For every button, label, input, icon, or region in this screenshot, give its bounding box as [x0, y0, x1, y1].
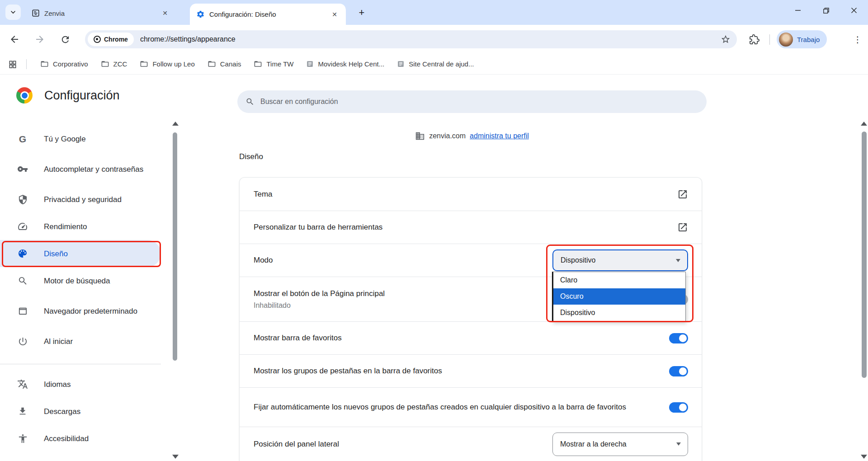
sidebar-item-descargas[interactable]: Descargas [0, 398, 161, 425]
close-window-button[interactable] [840, 0, 868, 21]
profile-button[interactable]: Trabajo [777, 30, 827, 48]
page-icon [397, 60, 405, 68]
scrollbar-thumb[interactable] [173, 132, 177, 361]
page-scrollbar[interactable] [861, 119, 868, 459]
autopin-groups-toggle[interactable] [669, 402, 688, 413]
avatar [779, 33, 793, 47]
external-link-icon[interactable] [677, 222, 688, 233]
scroll-up-icon[interactable] [172, 122, 179, 126]
row-grupos-pestanas: Mostrar los grupos de pestañas en la bar… [240, 354, 702, 387]
url-text[interactable]: chrome://settings/appearance [140, 35, 721, 43]
row-fijar-grupos: Fijar automáticamente los nuevos grupos … [240, 387, 702, 427]
minimize-button[interactable] [784, 0, 812, 21]
speedometer-icon [17, 221, 28, 232]
tab-groups-toggle[interactable] [669, 366, 688, 376]
bookmark-folder[interactable]: Follow up Leo [133, 57, 201, 71]
toolbar-separator [769, 34, 770, 45]
new-tab-button[interactable]: + [355, 6, 368, 19]
side-panel-select-value: Mostrar a la derecha [560, 440, 627, 448]
tab-zenvia[interactable]: Zenvia ✕ [26, 4, 175, 22]
reload-button[interactable] [58, 32, 72, 47]
site-chip-label: Chrome [104, 36, 128, 43]
row-mostrar-favoritos: Mostrar barra de favoritos [240, 321, 702, 354]
sidebar-item-idiomas[interactable]: Idiomas [0, 371, 161, 398]
sidebar-scrollbar[interactable] [172, 119, 178, 459]
page-title: Configuración [44, 89, 120, 103]
bookmark-folder[interactable]: Canais [201, 57, 248, 71]
bookmark-folder[interactable]: ZCC [94, 57, 134, 71]
close-icon [851, 7, 857, 14]
bookmark-folder[interactable]: Corporativo [34, 57, 94, 71]
close-tab-icon[interactable]: ✕ [330, 9, 340, 19]
extensions-button[interactable] [747, 32, 761, 47]
browser-menu-button[interactable]: ⋮ [852, 33, 863, 46]
search-icon [17, 275, 28, 286]
site-chip[interactable]: Chrome [88, 33, 134, 46]
address-bar[interactable]: Chrome chrome://settings/appearance [85, 30, 737, 48]
toolbar: Chrome chrome://settings/appearance Trab… [0, 25, 868, 54]
bookmark-folder[interactable]: Time TW [247, 57, 300, 71]
download-icon [17, 406, 28, 417]
bookmarks-bar-toggle[interactable] [669, 333, 688, 343]
bookmark-label: Time TW [266, 60, 293, 68]
zenvia-favicon [32, 9, 40, 17]
tab-search-button[interactable] [5, 5, 21, 20]
bookmark-link[interactable]: Movidesk Help Cent... [300, 57, 391, 71]
sidebar-item-autocompletar[interactable]: Autocompletar y contraseñas [0, 152, 161, 186]
settings-content: zenvia.com administra tu perfil Diseño T… [190, 75, 868, 461]
forward-button[interactable] [33, 32, 47, 47]
scroll-down-icon[interactable] [172, 455, 179, 459]
scroll-up-icon[interactable] [861, 122, 867, 126]
tab-settings[interactable]: Configuración: Diseño ✕ [190, 4, 346, 25]
menu-option-dispositivo[interactable]: Dispositivo [553, 305, 685, 321]
section-title: Diseño [239, 152, 263, 161]
sidebar-item-navegador[interactable]: Navegador predeterminado [0, 294, 161, 328]
extensions-puzzle-icon [749, 34, 760, 45]
reload-icon [60, 34, 71, 45]
search-input[interactable] [260, 98, 667, 106]
sidebar-item-motor-busqueda[interactable]: Motor de búsqueda [0, 267, 161, 294]
browser-icon [17, 306, 28, 316]
side-panel-select[interactable]: Mostrar a la derecha [552, 433, 688, 456]
sidebar-item-privacidad[interactable]: Privacidad y seguridad [0, 186, 161, 213]
sidebar-item-diseno[interactable]: Diseño [0, 240, 161, 267]
sidebar-item-rendimiento[interactable]: Rendimiento [0, 213, 161, 240]
settings-search[interactable] [237, 90, 707, 113]
scroll-down-icon[interactable] [861, 455, 867, 459]
search-icon [245, 97, 255, 106]
bookmark-label: Follow up Leo [152, 60, 194, 68]
chrome-mono-icon [94, 36, 101, 43]
sidebar-item-accesibilidad[interactable]: Accesibilidad [0, 425, 161, 452]
scrollbar-thumb[interactable] [862, 132, 867, 378]
shield-icon [17, 194, 28, 205]
mode-select[interactable]: Dispositivo [552, 249, 688, 271]
row-tema[interactable]: Tema [240, 178, 702, 211]
menu-option-oscuro[interactable]: Oscuro [553, 288, 685, 305]
apps-grid-button[interactable] [7, 59, 18, 70]
bookmark-label: Site Central de ajud... [409, 60, 474, 68]
bookmark-link[interactable]: Site Central de ajud... [391, 57, 480, 71]
settings-sidebar: Configuración G Tú y Google Autocompleta… [0, 75, 190, 461]
sidebar-item-al-iniciar[interactable]: Al iniciar [0, 328, 161, 355]
menu-option-claro[interactable]: Claro [553, 272, 685, 288]
row-personalizar-barra[interactable]: Personalizar tu barra de herramientas [240, 211, 702, 244]
bookmarks-separator [26, 59, 27, 69]
restore-button[interactable] [812, 0, 840, 21]
row-panel-lateral: Posición del panel lateral Mostrar a la … [240, 427, 702, 461]
translate-icon [17, 379, 28, 390]
folder-icon [140, 60, 148, 68]
sidebar-divider [0, 364, 161, 364]
caret-down-icon [676, 259, 680, 262]
bookmarks-bar: Corporativo ZCC Follow up Leo Canais Tim… [0, 54, 868, 75]
sidebar-item-sistema[interactable]: Sistema [0, 452, 161, 461]
close-tab-icon[interactable]: ✕ [160, 8, 170, 18]
bookmark-star-icon[interactable] [721, 34, 731, 44]
external-link-icon[interactable] [677, 189, 688, 200]
building-icon [415, 131, 425, 141]
sidebar-item-tu-y-google[interactable]: G Tú y Google [0, 125, 161, 152]
manage-profile-link[interactable]: administra tu perfil [470, 132, 529, 140]
row-sublabel: Inhabilitado [254, 301, 385, 310]
minimize-icon [795, 7, 801, 14]
managed-domain: zenvia.com [429, 132, 466, 140]
back-button[interactable] [7, 32, 22, 47]
